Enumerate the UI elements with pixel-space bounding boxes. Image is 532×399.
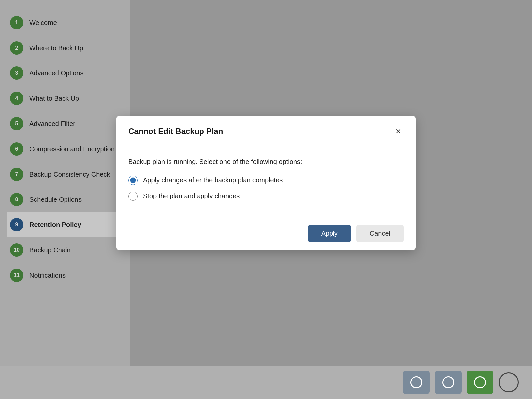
apply-button[interactable]: Apply xyxy=(308,225,351,242)
radio-option-2[interactable]: Stop the plan and apply changes xyxy=(128,192,404,201)
modal-title: Cannot Edit Backup Plan xyxy=(128,127,223,136)
back-nav-button[interactable] xyxy=(403,371,430,394)
modal-header: Cannot Edit Backup Plan × xyxy=(116,116,416,145)
modal-message: Backup plan is running. Select one of th… xyxy=(128,157,404,166)
radio-options: Apply changes after the backup plan comp… xyxy=(128,176,404,201)
confirm-icon xyxy=(474,376,486,388)
back-icon xyxy=(410,376,422,388)
radio-input-1[interactable] xyxy=(128,176,138,185)
forward-nav-button[interactable] xyxy=(435,371,462,394)
bottom-toolbar xyxy=(0,366,532,399)
modal-dialog: Cannot Edit Backup Plan × Backup plan is… xyxy=(116,116,416,250)
radio-label-1: Apply changes after the backup plan comp… xyxy=(143,176,283,184)
radio-input-2[interactable] xyxy=(128,192,138,201)
radio-label-2: Stop the plan and apply changes xyxy=(143,192,240,200)
cancel-button[interactable]: Cancel xyxy=(356,225,404,242)
modal-close-button[interactable]: × xyxy=(393,125,404,137)
modal-overlay: Cannot Edit Backup Plan × Backup plan is… xyxy=(0,0,532,366)
modal-body: Backup plan is running. Select one of th… xyxy=(116,145,416,217)
radio-option-1[interactable]: Apply changes after the backup plan comp… xyxy=(128,176,404,185)
modal-footer: Apply Cancel xyxy=(116,217,416,250)
confirm-nav-button[interactable] xyxy=(467,371,493,394)
forward-icon xyxy=(442,376,454,388)
extra-nav-button[interactable] xyxy=(499,372,519,392)
